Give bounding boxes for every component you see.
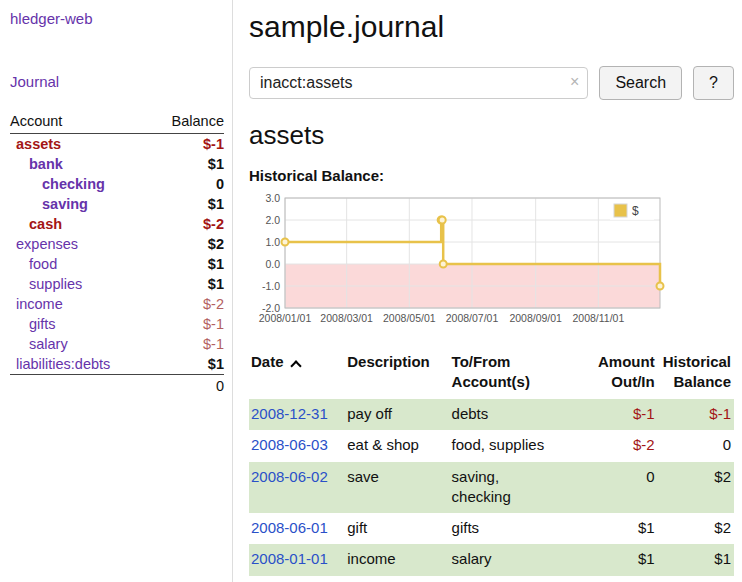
account-row: liabilities:debts$1	[10, 354, 224, 375]
search-input[interactable]	[249, 67, 588, 99]
account-row: cash$-2	[10, 214, 224, 234]
accounts-header-row: Account Balance	[10, 110, 224, 134]
account-link[interactable]: assets	[16, 136, 61, 152]
historical-balance-chart: 3.02.01.00.0-1.0-2.02008/01/012008/03/01…	[249, 190, 734, 334]
svg-text:2.0: 2.0	[265, 214, 280, 226]
account-name-cell: assets	[10, 134, 151, 155]
register-header-accounts: To/FromAccount(s)	[444, 348, 582, 399]
transaction-description: save	[339, 462, 443, 514]
account-name-cell: gifts	[10, 314, 151, 334]
account-link[interactable]: bank	[29, 156, 63, 172]
transaction-date-link[interactable]: 2008-12-31	[251, 405, 328, 422]
transaction-description: eat & shop	[339, 430, 443, 461]
account-link[interactable]: expenses	[16, 236, 78, 252]
search-bar: × Search ?	[249, 66, 734, 100]
account-link[interactable]: income	[16, 296, 63, 312]
app-title-link[interactable]: hledger-web	[10, 10, 224, 27]
register-table: DateDescriptionTo/FromAccount(s)AmountOu…	[249, 348, 734, 576]
account-row: food$1	[10, 254, 224, 274]
transaction-date-link[interactable]: 2008-01-01	[251, 550, 328, 567]
svg-text:3.0: 3.0	[265, 192, 280, 204]
transaction-accounts: salary	[444, 544, 582, 575]
journal-link[interactable]: Journal	[10, 73, 224, 90]
account-balance: $2	[151, 234, 224, 254]
account-balance: $1	[151, 154, 224, 174]
main-content: sample.journal × Search ? assets Histori…	[233, 0, 742, 582]
clear-search-icon[interactable]: ×	[570, 73, 579, 91]
account-name-cell: liabilities:debts	[10, 354, 151, 375]
accounts-header-balance: Balance	[151, 110, 224, 134]
account-row: expenses$2	[10, 234, 224, 254]
search-button[interactable]: Search	[599, 66, 682, 100]
account-link[interactable]: supplies	[29, 276, 82, 292]
account-name-cell: food	[10, 254, 151, 274]
account-name-cell: salary	[10, 334, 151, 354]
account-balance: $1	[151, 274, 224, 294]
account-row: checking0	[10, 174, 224, 194]
chart-canvas: 3.02.01.00.0-1.0-2.02008/01/012008/03/01…	[249, 190, 667, 334]
accounts-total-value: 0	[151, 375, 224, 397]
transaction-balance: 0	[655, 430, 734, 461]
svg-text:0.0: 0.0	[265, 258, 280, 270]
transaction-balance: $-1	[655, 399, 734, 430]
account-name-cell: saving	[10, 194, 151, 214]
transaction-accounts: gifts	[444, 513, 582, 544]
account-row: gifts$-1	[10, 314, 224, 334]
account-balance: $-1	[151, 134, 224, 155]
transaction-row: 2008-06-02savesaving,checking0$2	[249, 462, 734, 514]
svg-text:$: $	[632, 204, 639, 218]
svg-text:-1.0: -1.0	[262, 280, 280, 292]
transaction-date-cell: 2008-12-31	[249, 399, 339, 430]
transaction-accounts: food, supplies	[444, 430, 582, 461]
transaction-date-cell: 2008-06-03	[249, 430, 339, 461]
transaction-balance: $2	[655, 513, 734, 544]
account-balance: $-2	[151, 294, 224, 314]
account-link[interactable]: checking	[42, 176, 105, 192]
transaction-row: 2008-06-01giftgifts$1$2	[249, 513, 734, 544]
account-balance: $-1	[151, 314, 224, 334]
transaction-date-cell: 2008-06-02	[249, 462, 339, 514]
transaction-date-link[interactable]: 2008-06-03	[251, 436, 328, 453]
account-name-cell: income	[10, 294, 151, 314]
transaction-accounts: saving,checking	[444, 462, 582, 514]
account-row: bank$1	[10, 154, 224, 174]
transaction-date-link[interactable]: 2008-06-01	[251, 519, 328, 536]
accounts-header-account: Account	[10, 110, 151, 134]
transaction-amount: 0	[582, 462, 655, 514]
transaction-row: 2008-12-31pay offdebts$-1$-1	[249, 399, 734, 430]
account-link[interactable]: food	[29, 256, 57, 272]
account-row: assets$-1	[10, 134, 224, 155]
account-balance: $-2	[151, 214, 224, 234]
svg-text:2008/05/01: 2008/05/01	[383, 312, 436, 324]
transaction-description: gift	[339, 513, 443, 544]
sort-ascending-icon	[290, 360, 301, 371]
svg-text:1.0: 1.0	[265, 236, 280, 248]
register-header-balance: HistoricalBalance	[655, 348, 734, 399]
account-link[interactable]: liabilities:debts	[16, 356, 110, 372]
section-title: assets	[249, 120, 734, 151]
accounts-table: Account Balance assets$-1bank$1checking0…	[10, 110, 224, 396]
register-header-description: Description	[339, 348, 443, 399]
transaction-accounts: debts	[444, 399, 582, 430]
register-header-row: DateDescriptionTo/FromAccount(s)AmountOu…	[249, 348, 734, 399]
svg-text:2008/01/01: 2008/01/01	[259, 312, 312, 324]
account-link[interactable]: gifts	[29, 316, 56, 332]
account-link[interactable]: cash	[29, 216, 62, 232]
account-link[interactable]: salary	[29, 336, 68, 352]
accounts-total-spacer	[10, 375, 151, 397]
svg-text:2008/03/01: 2008/03/01	[320, 312, 373, 324]
transaction-date-link[interactable]: 2008-06-02	[251, 468, 328, 485]
app-window: hledger-web Journal Account Balance asse…	[0, 0, 742, 582]
account-name-cell: cash	[10, 214, 151, 234]
help-button[interactable]: ?	[693, 66, 734, 100]
account-row: supplies$1	[10, 274, 224, 294]
account-row: income$-2	[10, 294, 224, 314]
page-title: sample.journal	[249, 10, 734, 44]
register-header-date[interactable]: Date	[249, 348, 339, 399]
account-link[interactable]: saving	[42, 196, 88, 212]
svg-text:2008/09/01: 2008/09/01	[509, 312, 562, 324]
sidebar: hledger-web Journal Account Balance asse…	[0, 0, 233, 582]
svg-text:2008/11/01: 2008/11/01	[572, 312, 624, 324]
account-name-cell: checking	[10, 174, 151, 194]
transaction-amount: $-1	[582, 399, 655, 430]
